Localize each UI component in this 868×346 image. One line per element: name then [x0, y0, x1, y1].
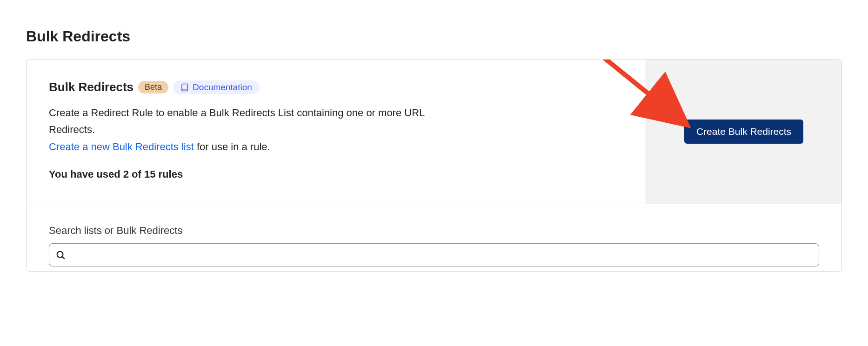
card-bottom: Search lists or Bulk Redirects [27, 204, 841, 271]
usage-text: You have used 2 of 15 rules [49, 168, 623, 180]
card-top: Bulk Redirects Beta Documentation Create… [27, 60, 841, 204]
subhead-row: Bulk Redirects Beta Documentation [49, 80, 623, 94]
create-list-trailing: for use in a rule. [194, 141, 270, 153]
beta-badge: Beta [138, 81, 168, 93]
documentation-label: Documentation [193, 82, 252, 93]
search-icon [55, 250, 66, 260]
search-wrap [49, 243, 819, 266]
svg-line-3 [62, 257, 64, 259]
create-list-link[interactable]: Create a new Bulk Redirects list [49, 141, 194, 153]
search-input[interactable] [49, 243, 819, 266]
create-bulk-redirects-button[interactable]: Create Bulk Redirects [684, 120, 803, 144]
page-title: Bulk Redirects [26, 28, 842, 45]
description-text: Create a Redirect Rule to enable a Bulk … [49, 105, 444, 139]
card-right: Create Bulk Redirects [646, 60, 841, 204]
bulk-redirects-card: Bulk Redirects Beta Documentation Create… [26, 59, 842, 272]
search-label: Search lists or Bulk Redirects [49, 225, 819, 237]
section-subtitle: Bulk Redirects [49, 80, 134, 94]
create-list-line: Create a new Bulk Redirects list for use… [49, 139, 623, 155]
documentation-link[interactable]: Documentation [173, 80, 260, 94]
book-icon [180, 83, 189, 92]
card-left: Bulk Redirects Beta Documentation Create… [27, 60, 646, 204]
